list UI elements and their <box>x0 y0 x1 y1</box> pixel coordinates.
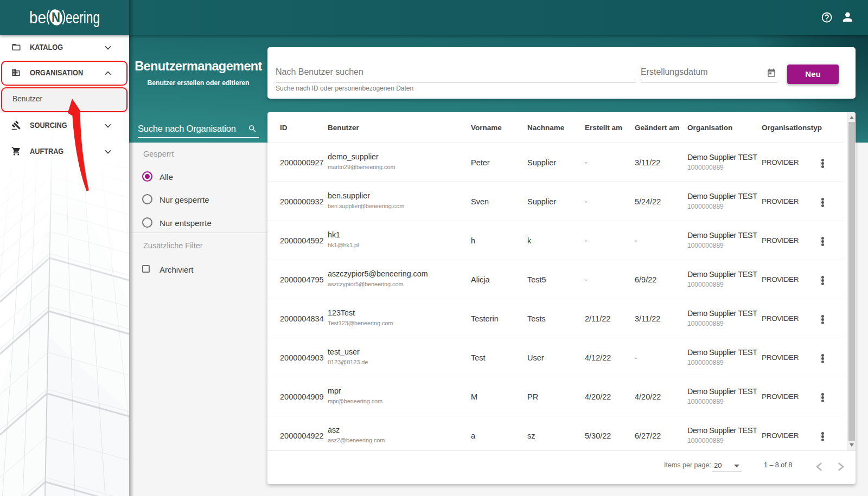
svg-text:eering: eering <box>66 8 100 27</box>
svg-text:N: N <box>52 10 60 25</box>
svg-text:be: be <box>29 8 46 27</box>
